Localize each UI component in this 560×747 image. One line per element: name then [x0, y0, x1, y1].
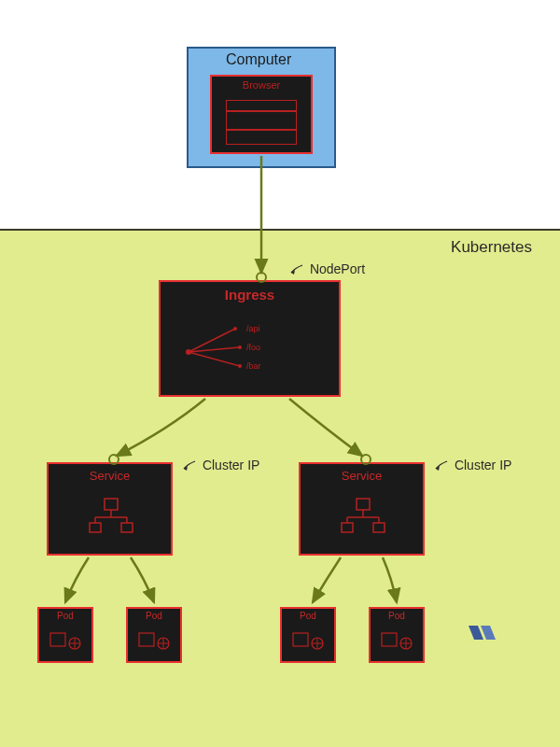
pod-label: Pod — [128, 611, 180, 621]
svg-marker-48 — [469, 626, 483, 640]
svg-rect-16 — [121, 523, 133, 532]
browser-label: Browser — [212, 79, 311, 91]
browser-window-icon — [226, 100, 297, 145]
pod-node: Pod — [37, 607, 93, 663]
service-label: Service — [49, 469, 171, 483]
arrow-pointer-icon — [289, 263, 306, 276]
arrow-pointer-icon — [434, 459, 451, 472]
svg-rect-36 — [382, 633, 397, 646]
clusterip-annotation-left: Cluster IP — [182, 458, 259, 472]
pod-containers-icon — [380, 629, 417, 657]
pod-containers-icon — [49, 629, 86, 657]
svg-rect-28 — [139, 633, 154, 646]
svg-rect-23 — [373, 523, 385, 532]
kubernetes-boundary-line — [0, 229, 560, 231]
svg-text:/foo: /foo — [246, 343, 260, 352]
svg-text:/api: /api — [246, 324, 260, 333]
clusterip-text: Cluster IP — [455, 458, 511, 472]
ingress-node: Ingress /api /foo /bar — [159, 280, 341, 397]
clusterip-text: Cluster IP — [203, 458, 259, 472]
svg-rect-17 — [357, 499, 370, 510]
service-node-right: Service — [299, 462, 425, 556]
pod-containers-icon — [291, 629, 329, 657]
nodeport-text: NodePort — [310, 261, 365, 276]
pod-label: Pod — [39, 611, 91, 621]
svg-rect-32 — [293, 633, 308, 646]
ingress-label: Ingress — [161, 287, 339, 303]
service-node-left: Service — [47, 462, 173, 556]
svg-point-5 — [238, 345, 242, 349]
pod-label: Pod — [282, 611, 334, 621]
clusterip-annotation-right: Cluster IP — [434, 458, 511, 472]
nodeport-annotation: NodePort — [289, 261, 365, 276]
svg-rect-22 — [342, 523, 353, 532]
pod-node: Pod — [126, 607, 182, 663]
service-tree-icon — [86, 497, 137, 539]
logo-icon — [467, 621, 504, 644]
svg-rect-24 — [50, 633, 65, 646]
svg-line-3 — [189, 352, 240, 366]
computer-label: Computer — [226, 51, 291, 68]
service-tree-icon — [338, 497, 389, 539]
browser-node: Browser — [210, 75, 313, 154]
svg-point-4 — [233, 327, 237, 331]
svg-rect-15 — [90, 523, 101, 532]
svg-rect-10 — [105, 499, 118, 510]
ingress-routes-icon: /api /foo /bar — [179, 319, 310, 385]
diagram-canvas: Kubernetes Computer Browser Ingress /api… — [0, 0, 560, 747]
watermark-logo — [467, 621, 504, 644]
svg-text:/bar: /bar — [246, 361, 261, 371]
pod-node: Pod — [280, 607, 336, 663]
pod-containers-icon — [137, 629, 175, 657]
svg-point-6 — [238, 364, 242, 368]
pod-node: Pod — [369, 607, 425, 663]
kubernetes-label: Kubernetes — [451, 238, 532, 257]
svg-marker-49 — [481, 626, 496, 640]
pod-label: Pod — [371, 611, 423, 621]
arrow-pointer-icon — [182, 459, 199, 472]
service-label: Service — [301, 469, 423, 483]
